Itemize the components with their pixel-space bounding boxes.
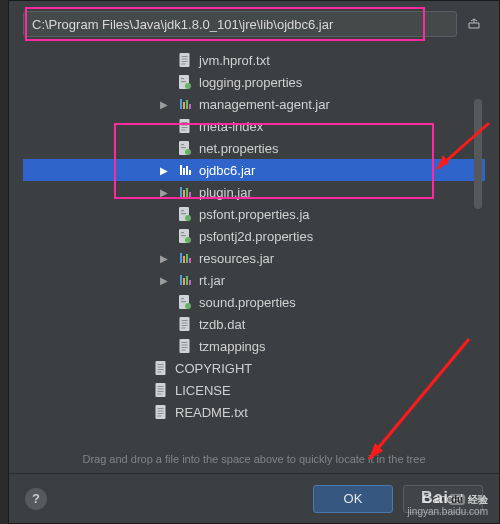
- tree-item-label: plugin.jar: [199, 185, 252, 200]
- expand-chevron-icon[interactable]: ▶: [157, 165, 171, 176]
- tree-item[interactable]: ▶rt.jar: [23, 269, 485, 291]
- tree-item-label: tzdb.dat: [199, 317, 245, 332]
- svg-rect-33: [181, 301, 186, 302]
- tree-item[interactable]: ▶plugin.jar: [23, 181, 485, 203]
- archive-icon: [177, 272, 193, 288]
- svg-rect-44: [182, 350, 186, 351]
- svg-rect-51: [158, 386, 164, 387]
- svg-rect-45: [156, 361, 166, 375]
- tree-item-label: psfontj2d.properties: [199, 229, 313, 244]
- tree-item-label: resources.jar: [199, 251, 274, 266]
- properties-file-icon: [177, 74, 193, 90]
- properties-file-icon: [177, 206, 193, 222]
- tree-item-label: meta-index: [199, 119, 263, 134]
- svg-rect-42: [182, 345, 188, 346]
- text-file-icon: [177, 52, 193, 68]
- tree-item[interactable]: tzdb.dat: [23, 313, 485, 335]
- svg-rect-4: [182, 64, 186, 65]
- expand-chevron-icon[interactable]: ▶: [157, 275, 171, 286]
- svg-rect-37: [182, 323, 188, 324]
- help-button[interactable]: ?: [25, 488, 47, 510]
- scrollbar-thumb[interactable]: [474, 99, 482, 209]
- text-file-icon: [177, 118, 193, 134]
- expand-chevron-icon[interactable]: ▶: [157, 253, 171, 264]
- svg-rect-43: [182, 347, 188, 348]
- tree-item-label: rt.jar: [199, 273, 225, 288]
- svg-rect-52: [158, 389, 164, 390]
- svg-rect-57: [158, 411, 164, 412]
- svg-rect-32: [181, 298, 184, 299]
- svg-rect-56: [158, 408, 164, 409]
- tree-item[interactable]: psfont.properties.ja: [23, 203, 485, 225]
- svg-rect-1: [182, 56, 188, 57]
- svg-rect-10: [180, 119, 190, 133]
- svg-rect-39: [182, 328, 186, 329]
- svg-rect-14: [182, 130, 186, 131]
- expand-chevron-icon[interactable]: ▶: [157, 99, 171, 110]
- tree-item[interactable]: README.txt: [23, 401, 485, 423]
- tree-item[interactable]: meta-index: [23, 115, 485, 137]
- svg-rect-46: [158, 364, 164, 365]
- svg-rect-26: [181, 232, 184, 233]
- archive-icon: [177, 96, 193, 112]
- svg-rect-7: [181, 81, 186, 82]
- svg-rect-27: [181, 235, 186, 236]
- tree-item-label: LICENSE: [175, 383, 231, 398]
- tree-item-label: tzmappings: [199, 339, 265, 354]
- tree-item[interactable]: ▶ojdbc6.jar: [23, 159, 485, 181]
- svg-rect-58: [158, 413, 164, 414]
- tree-item-label: jvm.hprof.txt: [199, 53, 270, 68]
- tree-item-label: net.properties: [199, 141, 279, 156]
- file-tree[interactable]: jvm.hprof.txtlogging.properties▶manageme…: [23, 49, 485, 439]
- svg-rect-40: [180, 339, 190, 353]
- tree-item[interactable]: tzmappings: [23, 335, 485, 357]
- svg-rect-36: [182, 320, 188, 321]
- svg-rect-50: [156, 383, 166, 397]
- tree-item[interactable]: ▶resources.jar: [23, 247, 485, 269]
- text-file-icon: [153, 404, 169, 420]
- archive-icon: [177, 162, 193, 178]
- svg-point-28: [185, 237, 191, 243]
- tree-item-label: ojdbc6.jar: [199, 163, 255, 178]
- hide-path-button[interactable]: [463, 13, 485, 35]
- svg-point-24: [185, 215, 191, 221]
- tree-item[interactable]: net.properties: [23, 137, 485, 159]
- svg-rect-41: [182, 342, 188, 343]
- tree-item[interactable]: sound.properties: [23, 291, 485, 313]
- text-file-icon: [153, 360, 169, 376]
- archive-icon: [177, 250, 193, 266]
- drag-drop-hint: Drag and drop a file into the space abov…: [9, 453, 499, 465]
- path-input[interactable]: [23, 11, 457, 37]
- text-file-icon: [153, 382, 169, 398]
- svg-rect-59: [158, 416, 162, 417]
- file-chooser-dialog: jvm.hprof.txtlogging.properties▶manageme…: [8, 0, 500, 524]
- tree-item[interactable]: jvm.hprof.txt: [23, 49, 485, 71]
- tree-item[interactable]: logging.properties: [23, 71, 485, 93]
- svg-rect-11: [182, 122, 188, 123]
- svg-rect-2: [182, 59, 188, 60]
- ok-button[interactable]: OK: [313, 485, 393, 513]
- svg-rect-12: [182, 125, 188, 126]
- watermark: Baidu 经验 jingyan.baidu.com: [407, 492, 488, 518]
- svg-rect-53: [158, 391, 164, 392]
- svg-rect-35: [180, 317, 190, 331]
- text-file-icon: [177, 338, 193, 354]
- tree-item[interactable]: COPYRIGHT: [23, 357, 485, 379]
- properties-file-icon: [177, 228, 193, 244]
- path-bar: [9, 1, 499, 45]
- svg-rect-48: [158, 369, 164, 370]
- svg-point-34: [185, 303, 191, 309]
- tree-item[interactable]: LICENSE: [23, 379, 485, 401]
- svg-rect-6: [181, 78, 184, 79]
- expand-chevron-icon[interactable]: ▶: [157, 187, 171, 198]
- svg-rect-17: [181, 147, 186, 148]
- tree-item-label: sound.properties: [199, 295, 296, 310]
- svg-point-18: [185, 149, 191, 155]
- tree-item[interactable]: psfontj2d.properties: [23, 225, 485, 247]
- tree-item-label: README.txt: [175, 405, 248, 420]
- text-file-icon: [177, 316, 193, 332]
- tree-item[interactable]: ▶management-agent.jar: [23, 93, 485, 115]
- tree-item-label: COPYRIGHT: [175, 361, 252, 376]
- tree-item-label: logging.properties: [199, 75, 302, 90]
- svg-rect-47: [158, 367, 164, 368]
